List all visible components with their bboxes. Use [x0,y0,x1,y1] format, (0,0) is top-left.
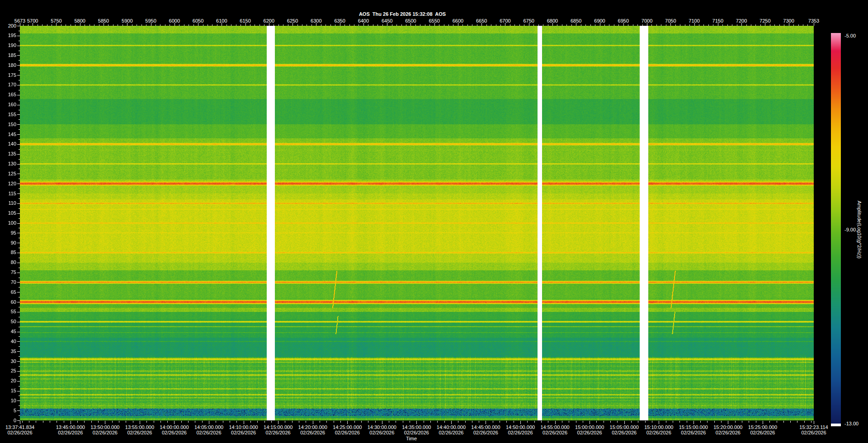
top-axis-tick [675,24,676,26]
left-axis-tick-label: 190 [0,43,16,48]
left-axis-tick [19,307,20,307]
left-axis-tick-label: 45 [0,329,16,334]
top-axis-tick [113,24,113,26]
bottom-axis-tick [416,421,417,423]
left-axis-tick-label: 175 [0,73,16,78]
bottom-axis-tick [223,421,223,423]
top-axis-tick [170,24,170,26]
left-axis-tick [19,51,20,51]
top-axis-tick [774,24,775,26]
top-axis-tick [94,24,94,26]
top-axis-tick [779,24,780,26]
top-axis-tick [71,24,71,26]
bottom-axis-tick [403,421,403,423]
bottom-axis-tick [479,421,479,423]
top-axis-tick [576,23,576,26]
top-axis-tick [689,24,690,26]
top-axis-tick [344,24,345,26]
top-axis-tick [377,24,378,26]
bottom-axis-tick [569,421,569,423]
bottom-axis-tick [77,421,78,423]
left-axis-tick [17,134,20,135]
bottom-axis-tick [576,421,576,423]
top-axis-tick [156,24,156,26]
top-axis-tick [387,23,387,26]
left-axis-tick [17,253,20,253]
left-axis-tick [17,322,20,322]
top-axis-tick [543,24,543,26]
bottom-axis-tick [555,421,556,423]
top-axis-tick [278,24,279,26]
top-axis-tick [604,24,605,26]
bottom-axis-tick [126,421,126,423]
top-axis-tick [814,23,814,26]
bottom-axis-tick [749,421,749,423]
left-axis-tick [17,85,20,85]
top-axis-tick [562,24,562,26]
bottom-axis-tick [814,421,814,424]
bottom-axis-tick [320,421,320,423]
left-axis-tick [17,65,20,66]
colorbar-tick-label: -5.00 [844,33,856,38]
bottom-axis-tick [548,421,548,423]
top-axis-tick [20,23,20,26]
top-axis-tick [765,23,765,26]
bottom-axis-tick [527,421,528,423]
bottom-axis-tick [29,421,29,423]
top-axis-tick [685,24,685,26]
top-axis-tick [222,23,222,26]
top-axis-tick [708,24,709,26]
bottom-axis-tick [410,421,410,423]
bottom-axis-tick [84,421,85,423]
bottom-axis-tick-label: 14:25:00.000 02/26/2026 [333,424,362,435]
bottom-axis-tick [500,421,500,423]
top-axis-tick [477,24,477,26]
top-axis-tick [566,24,567,26]
bottom-axis-tick [638,421,638,423]
bottom-axis-tick [735,421,736,423]
bottom-axis-tick [790,421,791,423]
bottom-axis-tick [188,421,189,423]
bottom-axis-tick [160,421,161,423]
left-axis-tick [19,327,20,327]
left-axis-tick-label: 165 [0,92,16,97]
bottom-axis-tick [306,421,306,423]
top-axis-tick [496,24,496,26]
bottom-axis-tick [50,421,50,423]
bottom-axis-tick [728,421,728,423]
top-axis-tick [302,24,302,26]
bottom-axis-tick [43,421,43,423]
x-axis-title: Time [406,436,417,441]
bottom-axis-tick [769,421,770,423]
top-axis-tick [642,24,643,26]
bottom-axis-tick [534,421,535,423]
left-axis-tick [19,317,20,317]
top-axis-tick [510,24,510,26]
top-axis-tick [571,24,572,26]
left-axis-tick-label: 95 [0,231,16,236]
bottom-axis-tick [610,421,611,423]
bottom-axis-tick [181,421,182,423]
top-axis-tick [297,24,298,26]
top-axis-tick [151,23,151,26]
bottom-axis-tick-label: 14:00:00.000 02/26/2026 [160,424,189,435]
bottom-axis-tick [22,421,23,423]
aos-spectrogram-window: AOS Thu 26 Feb 2026 15:32:08 AOS CoordSy… [0,0,868,443]
top-axis-tick [770,24,770,26]
top-axis-tick [618,24,619,26]
top-axis-tick [552,23,553,26]
bottom-axis-tick [389,421,389,423]
left-axis-tick [19,376,20,377]
top-axis-tick [368,24,368,26]
top-axis-tick [165,24,165,26]
left-axis-tick [19,238,20,238]
top-axis-tick [420,24,420,26]
top-axis-tick [250,24,250,26]
top-axis-tick [651,24,652,26]
spectrogram-canvas[interactable] [20,26,814,420]
left-axis-tick [17,124,20,125]
top-axis-tick [505,23,505,26]
top-axis-tick [694,23,695,26]
left-axis-tick-label: 135 [0,151,16,156]
bottom-axis-tick-label: 14:15:00.000 02/26/2026 [264,424,292,435]
